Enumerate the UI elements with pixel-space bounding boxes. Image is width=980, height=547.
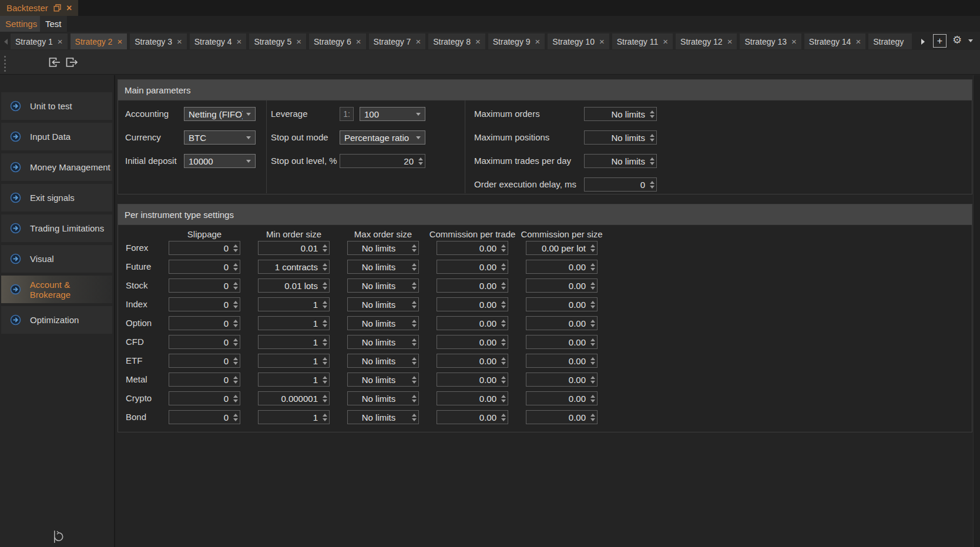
spinner-up-icon[interactable] <box>233 414 238 417</box>
min-order-size-spinner[interactable]: 1 <box>258 335 330 349</box>
spinner-up-icon[interactable] <box>590 282 595 285</box>
spinner-down-icon[interactable] <box>233 418 238 421</box>
tab-close-icon[interactable]: × <box>117 37 122 46</box>
slippage-spinner[interactable]: 0 <box>169 373 240 387</box>
commission-per-trade-spinner[interactable]: 0.00 <box>437 410 508 424</box>
spinner-up-icon[interactable] <box>501 395 506 398</box>
spinner-up-icon[interactable] <box>323 357 327 360</box>
strategy-tab[interactable]: Strategy 3× <box>130 33 187 49</box>
spinner-down-icon[interactable] <box>233 362 238 365</box>
spinner-down-icon[interactable] <box>233 381 238 384</box>
spinner-up-icon[interactable] <box>590 414 595 417</box>
spinner-down-icon[interactable] <box>590 249 595 252</box>
spinner-down-icon[interactable] <box>590 343 595 346</box>
spinner-up-icon[interactable] <box>323 414 327 417</box>
slippage-spinner[interactable]: 0 <box>169 335 240 349</box>
tab-close-icon[interactable]: × <box>663 37 668 46</box>
slippage-spinner[interactable]: 0 <box>169 354 240 368</box>
commission-per-trade-spinner[interactable]: 0.00 <box>437 373 508 387</box>
spinner-up-icon[interactable] <box>412 282 417 285</box>
maximum-orders-spinner[interactable]: No limits <box>584 107 657 121</box>
spinner-down-icon[interactable] <box>412 324 417 327</box>
commission-per-trade-spinner[interactable]: 0.00 <box>437 278 508 293</box>
sidebar-item-account-brokerage[interactable]: Account & Brokerage <box>1 276 112 303</box>
sidebar-item-input-data[interactable]: Input Data <box>1 123 112 150</box>
strategy-tab[interactable]: Strategy 11× <box>612 33 673 49</box>
gear-icon[interactable]: ⚙ <box>952 33 962 46</box>
tab-close-icon[interactable]: × <box>415 37 421 46</box>
spinner-up-icon[interactable] <box>233 263 238 266</box>
spinner-up-icon[interactable] <box>412 320 417 323</box>
commission-per-size-spinner[interactable]: 0.00 <box>526 410 598 424</box>
commission-per-trade-spinner[interactable]: 0.00 <box>437 241 508 255</box>
max-order-size-spinner[interactable]: No limits <box>347 354 419 368</box>
spinner-up-icon[interactable] <box>501 414 506 417</box>
strategy-tab[interactable]: Strategy 13× <box>740 33 801 49</box>
initial-deposit-dropdown[interactable]: 10000 <box>184 154 256 168</box>
commission-per-size-spinner[interactable]: 0.00 <box>526 391 598 405</box>
slippage-spinner[interactable]: 0 <box>169 260 240 274</box>
spinner-down-icon[interactable] <box>323 268 327 271</box>
spinner-up-icon[interactable] <box>590 357 595 360</box>
spinner-up-icon[interactable] <box>412 301 417 304</box>
strategy-tab[interactable]: Strategy 5× <box>249 33 306 49</box>
import-settings-button[interactable] <box>47 55 61 69</box>
spinner-down-icon[interactable] <box>412 306 417 308</box>
spinner-down-icon[interactable] <box>323 362 327 365</box>
spinner-down-icon[interactable] <box>590 268 595 271</box>
spinner-up-icon[interactable] <box>233 376 238 379</box>
min-order-size-spinner[interactable]: 1 <box>258 410 330 424</box>
spinner-up-icon[interactable] <box>412 395 417 398</box>
max-order-size-spinner[interactable]: No limits <box>347 278 419 293</box>
tab-close-icon[interactable]: × <box>58 37 63 46</box>
spinner-up-icon[interactable] <box>501 282 506 285</box>
spinner-up-icon[interactable] <box>233 282 238 285</box>
spinner-up-icon[interactable] <box>501 263 506 266</box>
spinner-up-icon[interactable] <box>323 282 327 285</box>
slippage-spinner[interactable]: 0 <box>169 297 240 311</box>
spinner-up-icon[interactable] <box>590 376 595 379</box>
spinner-up-icon[interactable] <box>323 376 327 379</box>
spinner-down-icon[interactable] <box>590 400 595 402</box>
stop-out-level-spinner[interactable]: 20 <box>340 154 425 168</box>
commission-per-trade-spinner[interactable]: 0.00 <box>437 260 508 274</box>
spinner-up-icon[interactable] <box>590 320 595 323</box>
spinner-down-icon[interactable] <box>412 287 417 290</box>
min-order-size-spinner[interactable]: 0.01 <box>258 241 330 255</box>
spinner-down-icon[interactable] <box>501 418 506 421</box>
min-order-size-spinner[interactable]: 0.01 lots <box>258 278 330 293</box>
window-tab-backtester[interactable]: Backtester × <box>0 0 78 16</box>
spinner-down-icon[interactable] <box>590 381 595 384</box>
spinner-up-icon[interactable] <box>501 244 506 247</box>
tab-close-icon[interactable]: × <box>855 37 861 46</box>
spinner-down-icon[interactable] <box>650 162 655 165</box>
spinner-down-icon[interactable] <box>501 287 506 290</box>
spinner-down-icon[interactable] <box>412 381 417 384</box>
sidebar-item-trading-limitations[interactable]: Trading Limitations <box>1 214 112 242</box>
spinner-down-icon[interactable] <box>501 268 506 271</box>
spinner-up-icon[interactable] <box>590 395 595 398</box>
spinner-down-icon[interactable] <box>412 343 417 346</box>
maximum-trades-per-day-spinner[interactable]: No limits <box>584 154 657 168</box>
spinner-down-icon[interactable] <box>590 418 595 421</box>
spinner-down-icon[interactable] <box>650 115 655 118</box>
spinner-up-icon[interactable] <box>412 263 417 266</box>
min-order-size-spinner[interactable]: 1 <box>258 373 330 387</box>
commission-per-trade-spinner[interactable]: 0.00 <box>437 297 508 311</box>
commission-per-trade-spinner[interactable]: 0.00 <box>437 335 508 349</box>
spinner-up-icon[interactable] <box>233 338 238 341</box>
spinner-down-icon[interactable] <box>412 362 417 365</box>
spinner-up-icon[interactable] <box>590 263 595 266</box>
spinner-up-icon[interactable] <box>418 157 423 160</box>
spinner-down-icon[interactable] <box>323 343 327 346</box>
spinner-down-icon[interactable] <box>412 268 417 271</box>
spinner-down-icon[interactable] <box>323 418 327 421</box>
commission-per-trade-spinner[interactable]: 0.00 <box>437 391 508 405</box>
commission-per-size-spinner[interactable]: 0.00 <box>526 297 598 311</box>
strategy-tab[interactable]: Strategy 2× <box>71 33 127 49</box>
slippage-spinner[interactable]: 0 <box>169 316 240 330</box>
tab-close-icon[interactable]: × <box>177 37 182 46</box>
spinner-down-icon[interactable] <box>501 324 506 327</box>
spinner-down-icon[interactable] <box>590 287 595 290</box>
tab-close-icon[interactable]: × <box>791 37 797 46</box>
